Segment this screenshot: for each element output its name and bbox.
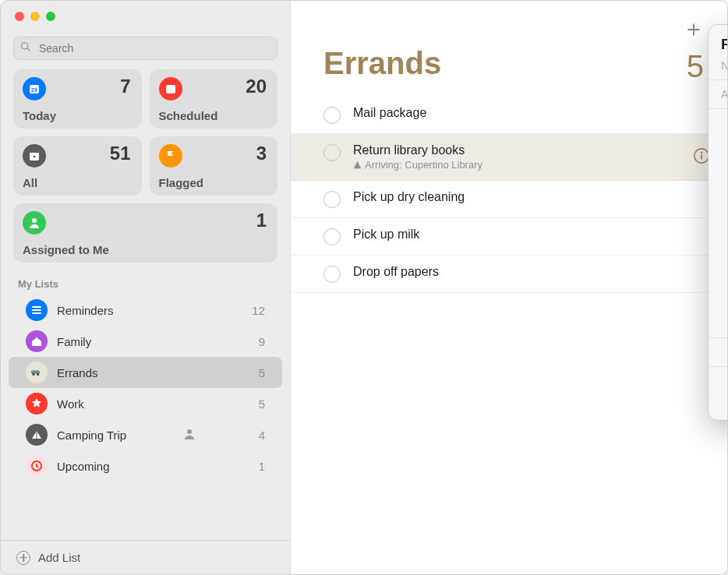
svg-text:29: 29 <box>31 87 37 93</box>
priority-label: priority <box>721 346 728 358</box>
todo-title: Mail package <box>353 106 426 120</box>
search-icon <box>20 41 31 55</box>
complete-toggle[interactable] <box>323 266 341 283</box>
my-lists-header: My Lists <box>1 263 290 295</box>
svg-point-5 <box>32 373 34 376</box>
complete-toggle[interactable] <box>323 191 341 208</box>
calendar-day-icon: 29 <box>23 77 46 101</box>
todo-subtitle: Arriving: Cupertino Library <box>353 159 482 171</box>
todo-item[interactable]: Return library booksArriving: Cupertino … <box>291 134 727 181</box>
popover-title[interactable]: Return library books <box>721 36 728 53</box>
list-count: 4 <box>259 429 265 442</box>
add-list-label: Add List <box>38 551 80 564</box>
list-title: Errands <box>291 1 727 84</box>
todo-title: Return library books <box>353 143 482 157</box>
home-icon <box>26 330 48 352</box>
calendar-icon <box>159 77 182 101</box>
list-count: 12 <box>252 304 265 317</box>
tile-all-count: 51 <box>110 143 131 164</box>
window-controls <box>1 1 290 30</box>
notes-field[interactable]: Notes <box>721 56 728 75</box>
remind-me-label: remind me <box>721 117 728 129</box>
smart-list-tiles: 29 7 Today 20 Scheduled 51 All <box>1 69 290 263</box>
star-icon <box>26 393 48 414</box>
flag-icon <box>159 144 182 168</box>
tile-scheduled-label: Scheduled <box>159 109 218 122</box>
tile-flagged[interactable]: 3 Flagged <box>150 136 278 196</box>
list-icon <box>26 299 48 321</box>
list-count: 1 <box>259 460 265 473</box>
list-count: 5 <box>687 49 704 84</box>
new-reminder-button[interactable] <box>684 19 704 40</box>
list-count: 5 <box>259 366 265 379</box>
tile-flagged-label: Flagged <box>159 176 204 189</box>
tile-today-label: Today <box>23 109 56 122</box>
clock-icon <box>26 455 48 477</box>
complete-toggle[interactable] <box>323 144 341 161</box>
app-window: 29 7 Today 20 Scheduled 51 All <box>0 0 728 575</box>
tile-scheduled-count: 20 <box>246 76 267 97</box>
todo-item[interactable]: Mail package <box>291 97 727 134</box>
search-field[interactable] <box>13 37 277 60</box>
todo-item[interactable]: Pick up milk <box>291 218 727 256</box>
tile-all[interactable]: 51 All <box>13 136 142 196</box>
sidebar-list-work[interactable]: Work5 <box>9 388 282 419</box>
tile-all-label: All <box>23 176 37 189</box>
svg-point-10 <box>701 152 702 153</box>
complete-toggle[interactable] <box>323 107 341 124</box>
svg-point-3 <box>32 218 37 223</box>
list-name: Family <box>57 335 91 348</box>
svg-rect-2 <box>166 85 175 93</box>
tray-icon <box>23 144 46 168</box>
reminder-details-popover: Return library books Notes Add Tags remi… <box>708 24 728 421</box>
car-icon <box>26 362 48 383</box>
minimize-button[interactable] <box>30 12 40 21</box>
add-list-button[interactable]: Add List <box>1 540 290 574</box>
todo-list: Mail packageReturn library booksArriving… <box>291 84 727 293</box>
list-name: Errands <box>57 366 98 379</box>
images-label: images <box>721 393 728 406</box>
list-name: Work <box>57 397 84 411</box>
lists: Reminders12Family9Errands5Work5Camping T… <box>1 295 290 540</box>
tile-assigned[interactable]: 1 Assigned to Me <box>13 203 277 263</box>
svg-point-6 <box>37 373 39 376</box>
sidebar-list-upcoming[interactable]: Upcoming1 <box>9 450 282 482</box>
close-button[interactable] <box>15 12 24 21</box>
complete-toggle[interactable] <box>323 228 341 245</box>
tent-icon <box>26 424 48 446</box>
tile-assigned-label: Assigned to Me <box>23 243 109 256</box>
tile-scheduled[interactable]: 20 Scheduled <box>150 69 278 129</box>
list-count: 5 <box>259 397 265 411</box>
list-name: Upcoming <box>57 460 110 473</box>
todo-title: Pick up dry cleaning <box>353 190 465 204</box>
tile-flagged-count: 3 <box>256 143 267 164</box>
sidebar-list-family[interactable]: Family9 <box>9 326 282 357</box>
main-pane: Errands 5 Mail packageReturn library boo… <box>291 1 727 574</box>
person-icon <box>23 211 46 235</box>
tile-assigned-count: 1 <box>256 210 267 231</box>
sidebar: 29 7 Today 20 Scheduled 51 All <box>1 1 291 574</box>
list-name: Camping Trip <box>57 429 126 442</box>
tile-today[interactable]: 29 7 Today <box>13 69 142 129</box>
list-count: 9 <box>259 335 265 348</box>
todo-item[interactable]: Drop off papers <box>291 256 727 293</box>
maximize-button[interactable] <box>46 12 55 21</box>
tile-today-count: 7 <box>120 76 130 97</box>
url-label: URL <box>721 375 728 387</box>
sidebar-list-camping-trip[interactable]: Camping Trip4 <box>9 419 282 450</box>
todo-item[interactable]: Pick up dry cleaning <box>291 181 727 218</box>
shared-icon <box>183 428 196 443</box>
search-input[interactable] <box>37 41 270 55</box>
plus-circle-icon <box>16 551 30 565</box>
todo-title: Pick up milk <box>353 228 419 242</box>
tags-field[interactable]: Add Tags <box>721 85 728 104</box>
svg-rect-11 <box>701 154 702 159</box>
svg-point-7 <box>187 429 192 434</box>
todo-title: Drop off papers <box>353 265 439 279</box>
list-name: Reminders <box>57 304 114 317</box>
sidebar-list-reminders[interactable]: Reminders12 <box>9 295 282 326</box>
sidebar-list-errands[interactable]: Errands5 <box>9 357 282 388</box>
